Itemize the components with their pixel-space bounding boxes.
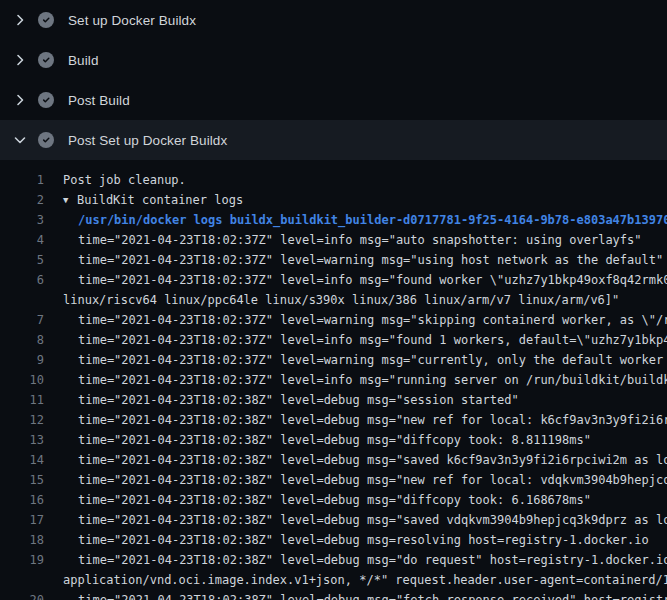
line-number — [0, 290, 44, 310]
log-line-text: time="2021-04-23T18:02:38Z" level=debug … — [78, 470, 667, 490]
log-line-text: time="2021-04-23T18:02:37Z" level=warnin… — [78, 350, 667, 370]
check-circle-icon — [38, 12, 54, 28]
log-line-text: time="2021-04-23T18:02:38Z" level=debug … — [78, 410, 667, 430]
step-post-set-up-docker-buildx[interactable]: Post Set up Docker Buildx — [0, 120, 667, 160]
log-line: linux/riscv64 linux/ppc64le linux/s390x … — [0, 290, 667, 310]
line-number[interactable]: 4 — [0, 230, 44, 250]
log-line-text: time="2021-04-23T18:02:38Z" level=debug … — [78, 430, 591, 450]
step-label: Post Build — [68, 93, 130, 108]
step-label: Build — [68, 53, 99, 68]
log-line: 6 time="2021-04-23T18:02:37Z" level=info… — [0, 270, 667, 290]
log-line: 7 time="2021-04-23T18:02:37Z" level=warn… — [0, 310, 667, 330]
log-line-text: time="2021-04-23T18:02:38Z" level=debug … — [78, 510, 667, 530]
log-line: 16 time="2021-04-23T18:02:38Z" level=deb… — [0, 490, 667, 510]
log-line-text[interactable]: ▼BuildKit container logs — [63, 190, 243, 210]
step-list: Set up Docker Buildx Build Post Build — [0, 0, 667, 160]
check-circle-icon — [38, 92, 54, 108]
log-line: 4 time="2021-04-23T18:02:37Z" level=info… — [0, 230, 667, 250]
log-line: 15 time="2021-04-23T18:02:38Z" level=deb… — [0, 470, 667, 490]
line-number[interactable]: 19 — [0, 550, 44, 570]
line-number — [0, 570, 44, 590]
log-line-text: time="2021-04-23T18:02:37Z" level=warnin… — [78, 250, 663, 270]
log-line-text: time="2021-04-23T18:02:38Z" level=debug … — [78, 530, 649, 550]
log-line-text: linux/riscv64 linux/ppc64le linux/s390x … — [63, 290, 619, 310]
log-line: 18 time="2021-04-23T18:02:38Z" level=deb… — [0, 530, 667, 550]
chevron-right-icon — [12, 52, 28, 68]
line-number[interactable]: 15 — [0, 470, 44, 490]
log-line: 2 ▼BuildKit container logs — [0, 190, 667, 210]
line-number[interactable]: 18 — [0, 530, 44, 550]
log-line: 13 time="2021-04-23T18:02:38Z" level=deb… — [0, 430, 667, 450]
line-number[interactable]: 10 — [0, 370, 44, 390]
line-number[interactable]: 20 — [0, 590, 44, 600]
log-line-text: time="2021-04-23T18:02:38Z" level=debug … — [78, 450, 667, 470]
step-set-up-docker-buildx[interactable]: Set up Docker Buildx — [0, 0, 667, 40]
chevron-down-icon — [12, 132, 28, 148]
chevron-right-icon — [12, 12, 28, 28]
log-line-text: /usr/bin/docker logs buildx_buildkit_bui… — [78, 210, 667, 230]
line-number[interactable]: 14 — [0, 450, 44, 470]
line-number[interactable]: 17 — [0, 510, 44, 530]
check-circle-icon — [38, 52, 54, 68]
log-line-text: time="2021-04-23T18:02:37Z" level=info m… — [78, 270, 667, 290]
line-number[interactable]: 8 — [0, 330, 44, 350]
line-number[interactable]: 1 — [0, 170, 44, 190]
log-line-text: time="2021-04-23T18:02:37Z" level=info m… — [78, 330, 667, 350]
actions-log-viewer: Set up Docker Buildx Build Post Build — [0, 0, 667, 600]
log-line: 20 time="2021-04-23T18:02:38Z" level=deb… — [0, 590, 667, 600]
log-line-text: time="2021-04-23T18:02:38Z" level=debug … — [78, 550, 667, 570]
step-post-build[interactable]: Post Build — [0, 80, 667, 120]
log-line: 5 time="2021-04-23T18:02:37Z" level=warn… — [0, 250, 667, 270]
group-collapse-triangle-icon[interactable]: ▼ — [63, 190, 77, 210]
line-number[interactable]: 11 — [0, 390, 44, 410]
log-line: 19 time="2021-04-23T18:02:38Z" level=deb… — [0, 550, 667, 570]
line-number[interactable]: 12 — [0, 410, 44, 430]
log-line: 17 time="2021-04-23T18:02:38Z" level=deb… — [0, 510, 667, 530]
log-line-text: time="2021-04-23T18:02:38Z" level=debug … — [78, 390, 519, 410]
log-line: 8 time="2021-04-23T18:02:37Z" level=info… — [0, 330, 667, 350]
line-number[interactable]: 2 — [0, 190, 44, 210]
line-number[interactable]: 3 — [0, 210, 44, 230]
check-circle-icon — [38, 132, 54, 148]
log-line: application/vnd.oci.image.index.v1+json,… — [0, 570, 667, 590]
log-line-text: time="2021-04-23T18:02:37Z" level=warnin… — [78, 310, 667, 330]
step-label: Post Set up Docker Buildx — [68, 133, 227, 148]
line-number[interactable]: 6 — [0, 270, 44, 290]
log-line: 3 /usr/bin/docker logs buildx_buildkit_b… — [0, 210, 667, 230]
step-build[interactable]: Build — [0, 40, 667, 80]
log-line: 11 time="2021-04-23T18:02:38Z" level=deb… — [0, 390, 667, 410]
log-line-text: time="2021-04-23T18:02:38Z" level=debug … — [78, 490, 591, 510]
log-line-text: Post job cleanup. — [63, 170, 186, 190]
log-line-text: time="2021-04-23T18:02:38Z" level=debug … — [78, 590, 667, 600]
line-number[interactable]: 9 — [0, 350, 44, 370]
log-line: 12 time="2021-04-23T18:02:38Z" level=deb… — [0, 410, 667, 430]
line-number[interactable]: 13 — [0, 430, 44, 450]
log-line: 10 time="2021-04-23T18:02:37Z" level=inf… — [0, 370, 667, 390]
log-line: 9 time="2021-04-23T18:02:37Z" level=warn… — [0, 350, 667, 370]
line-number[interactable]: 16 — [0, 490, 44, 510]
log-content: 1 Post job cleanup. 2 ▼BuildKit containe… — [0, 160, 667, 600]
log-line-text: time="2021-04-23T18:02:37Z" level=info m… — [78, 230, 642, 250]
line-number[interactable]: 5 — [0, 250, 44, 270]
log-line-text: application/vnd.oci.image.index.v1+json,… — [63, 570, 667, 590]
log-line: 1 Post job cleanup. — [0, 170, 667, 190]
log-line-text: time="2021-04-23T18:02:37Z" level=info m… — [78, 370, 667, 390]
chevron-right-icon — [12, 92, 28, 108]
step-label: Set up Docker Buildx — [68, 13, 196, 28]
log-line: 14 time="2021-04-23T18:02:38Z" level=deb… — [0, 450, 667, 470]
line-number[interactable]: 7 — [0, 310, 44, 330]
